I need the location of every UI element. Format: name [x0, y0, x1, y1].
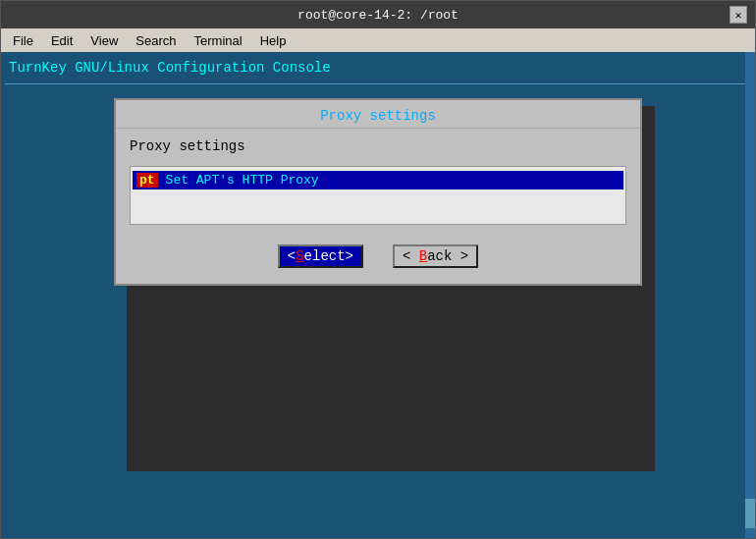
- dialog-title: Proxy settings: [116, 100, 640, 129]
- list-box: pt Set APT's HTTP Proxy: [130, 166, 626, 225]
- dialog-box: Proxy settings Proxy settings pt Set APT…: [114, 98, 642, 286]
- console-header: TurnKey GNU/Linux Configuration Console: [5, 60, 751, 76]
- list-item[interactable]: pt Set APT's HTTP Proxy: [133, 171, 623, 189]
- title-bar: root@core-14-2: /root ✕: [1, 1, 755, 28]
- select-button[interactable]: <Select>: [278, 244, 363, 268]
- back-button[interactable]: < Back >: [393, 244, 478, 268]
- menu-edit[interactable]: Edit: [43, 31, 81, 50]
- dialog-subtitle: Proxy settings: [116, 129, 640, 162]
- terminal-window: root@core-14-2: /root ✕ File Edit View S…: [0, 0, 756, 539]
- menu-terminal[interactable]: Terminal: [187, 31, 250, 50]
- menu-bar: File Edit View Search Terminal Help: [1, 28, 755, 52]
- list-item-key: pt: [136, 173, 158, 188]
- window-title: root@core-14-2: /root: [27, 8, 729, 23]
- menu-file[interactable]: File: [5, 31, 41, 50]
- terminal-body: TurnKey GNU/Linux Configuration Console …: [1, 52, 755, 538]
- menu-help[interactable]: Help: [252, 31, 295, 50]
- dialog-container: Proxy settings Proxy settings pt Set APT…: [5, 94, 751, 286]
- divider: [5, 83, 751, 84]
- scrollbar[interactable]: [745, 52, 755, 538]
- close-button[interactable]: ✕: [729, 6, 747, 24]
- menu-search[interactable]: Search: [128, 31, 184, 50]
- dialog-buttons: <Select> < Back >: [116, 237, 640, 272]
- list-item-text: Set APT's HTTP Proxy: [160, 173, 325, 188]
- scrollbar-thumb: [745, 499, 755, 528]
- menu-view[interactable]: View: [82, 31, 126, 50]
